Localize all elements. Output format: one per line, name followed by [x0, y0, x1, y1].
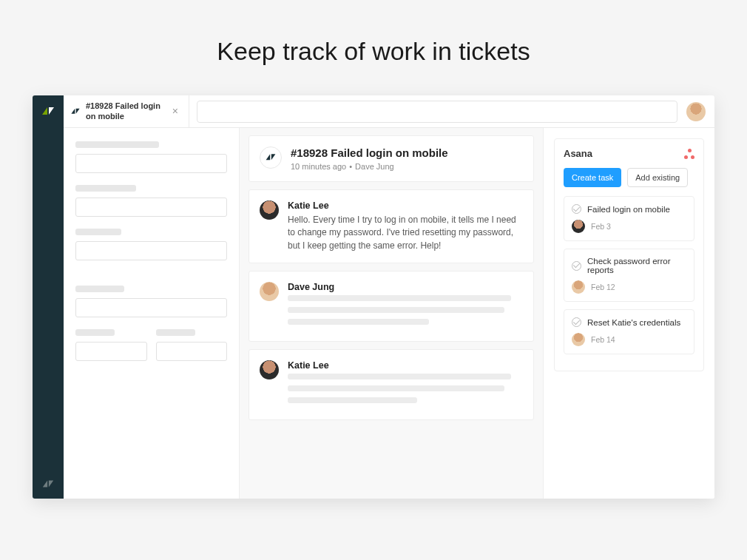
ticket-header-card: #18928 Failed login on mobile 10 minutes… — [249, 135, 534, 182]
task-title: Reset Katie's credentials — [587, 318, 680, 327]
task-date: Feb 12 — [591, 283, 615, 291]
task-date: Feb 3 — [591, 222, 611, 231]
task-assignee-avatar — [572, 280, 585, 294]
form-field[interactable] — [75, 342, 147, 361]
form-field[interactable] — [75, 298, 227, 317]
form-field[interactable] — [75, 154, 227, 173]
ticket-tab-icon — [70, 106, 81, 118]
asana-task[interactable]: Failed login on mobile Feb 3 — [564, 196, 694, 241]
message-card: Dave Jung — [249, 271, 534, 342]
create-task-button[interactable]: Create task — [564, 168, 621, 187]
add-existing-button[interactable]: Add existing — [627, 168, 688, 187]
app-window: #18928 Failed login on mobile × — [33, 95, 714, 499]
avatar — [260, 282, 279, 301]
ticket-title: #18928 Failed login on mobile — [291, 146, 448, 159]
ticket-meta: 10 minutes ago•Dave Jung — [291, 162, 448, 171]
task-assignee-avatar — [572, 220, 585, 233]
task-assignee-avatar — [572, 333, 585, 346]
search-area — [189, 95, 714, 127]
hero-title: Keep track of work in tickets — [0, 0, 747, 95]
message-card: Katie Lee Hello. Every time I try to log… — [249, 189, 534, 263]
current-user-avatar[interactable] — [686, 102, 706, 121]
asana-panel-title: Asana — [564, 148, 592, 159]
form-field[interactable] — [75, 198, 227, 217]
form-field[interactable] — [156, 342, 228, 361]
task-check-icon[interactable] — [572, 204, 581, 214]
asana-logo-icon — [684, 149, 694, 159]
task-title: Check password error reports — [587, 257, 686, 274]
ticket-tab-title: #18928 Failed login on mobile — [86, 101, 169, 121]
message-text: Hello. Every time I try to log in on mob… — [288, 214, 523, 252]
tab-close-icon[interactable]: × — [169, 105, 181, 118]
zendesk-logo-icon — [41, 104, 55, 119]
message-card: Katie Lee — [249, 349, 534, 420]
task-date: Feb 14 — [591, 335, 615, 344]
search-input[interactable] — [197, 101, 677, 123]
avatar — [260, 360, 279, 379]
asana-panel: Asana Create task Add existing Failed lo… — [554, 138, 704, 371]
avatar — [260, 200, 279, 220]
ticket-icon — [260, 146, 282, 169]
message-author: Katie Lee — [288, 200, 523, 211]
nav-rail — [33, 95, 64, 499]
ticket-form-column — [64, 128, 240, 499]
columns: #18928 Failed login on mobile 10 minutes… — [64, 128, 714, 499]
form-field[interactable] — [75, 241, 227, 260]
conversation-column: #18928 Failed login on mobile 10 minutes… — [240, 128, 543, 499]
task-check-icon[interactable] — [572, 261, 581, 271]
asana-task[interactable]: Reset Katie's credentials Feb 14 — [564, 309, 694, 354]
asana-task[interactable]: Check password error reports Feb 12 — [564, 249, 694, 302]
asana-column: Asana Create task Add existing Failed lo… — [543, 128, 714, 499]
ticket-tab[interactable]: #18928 Failed login on mobile × — [64, 95, 189, 127]
task-check-icon[interactable] — [572, 317, 581, 327]
task-title: Failed login on mobile — [587, 205, 670, 214]
message-author: Katie Lee — [288, 360, 523, 371]
zendesk-glyph-icon — [41, 476, 55, 490]
topbar: #18928 Failed login on mobile × — [64, 95, 714, 128]
message-author: Dave Jung — [288, 282, 523, 292]
